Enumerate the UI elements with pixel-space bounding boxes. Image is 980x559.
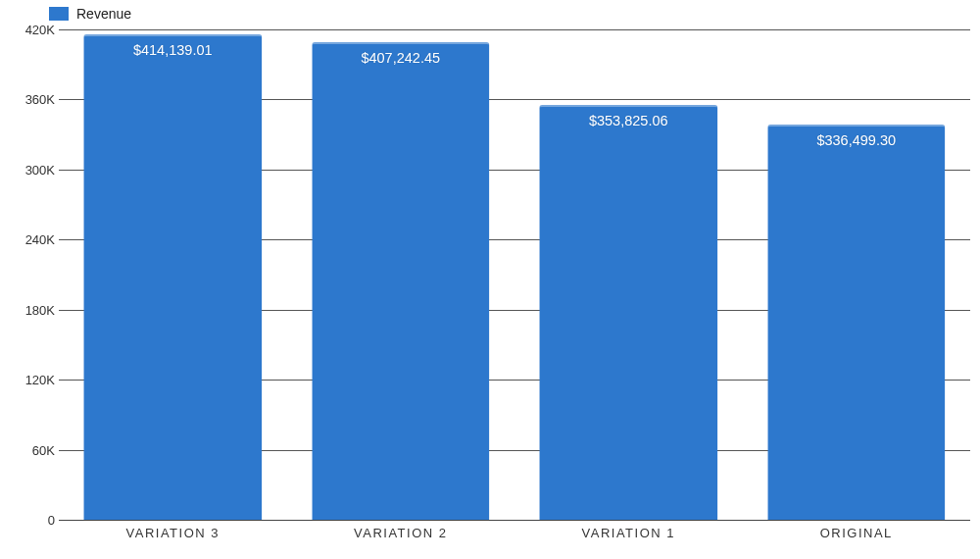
y-tick-label: 60K xyxy=(6,442,55,457)
y-tick-label: 360K xyxy=(6,92,55,107)
revenue-bar-chart: Revenue $414,139.01$407,242.45$353,825.0… xyxy=(0,0,980,559)
bar-value-label: $407,242.45 xyxy=(361,50,440,66)
legend-label: Revenue xyxy=(76,6,131,22)
y-tick-label: 240K xyxy=(6,232,55,247)
bar: $353,825.06 xyxy=(540,105,717,520)
bars-container: $414,139.01$407,242.45$353,825.06$336,49… xyxy=(59,29,970,520)
x-tick-label: VARIATION 1 xyxy=(514,526,743,540)
x-axis-labels: VARIATION 3VARIATION 2VARIATION 1ORIGINA… xyxy=(59,526,970,540)
bar-value-label: $336,499.30 xyxy=(816,132,896,148)
y-tick-label: 120K xyxy=(6,373,55,387)
x-tick-label: VARIATION 2 xyxy=(287,526,515,540)
legend-swatch-icon xyxy=(49,7,69,21)
bar-slot: $353,825.06 xyxy=(514,29,743,520)
bar: $336,499.30 xyxy=(767,125,945,520)
x-tick-label: VARIATION 3 xyxy=(59,526,287,540)
y-tick-label: 0 xyxy=(6,513,55,528)
bar: $414,139.01 xyxy=(84,34,262,520)
bar-value-label: $414,139.01 xyxy=(133,42,213,58)
bar-value-label: $353,825.06 xyxy=(589,113,668,128)
y-tick-label: 420K xyxy=(6,23,55,37)
x-tick-label: ORIGINAL xyxy=(743,526,971,540)
legend: Revenue xyxy=(49,6,131,22)
plot-area: $414,139.01$407,242.45$353,825.06$336,49… xyxy=(59,29,970,521)
y-tick-label: 300K xyxy=(6,162,55,177)
bar-slot: $336,499.30 xyxy=(743,29,971,520)
bar-slot: $407,242.45 xyxy=(287,29,515,520)
y-tick-label: 180K xyxy=(6,302,55,317)
bar: $407,242.45 xyxy=(312,42,489,520)
bar-slot: $414,139.01 xyxy=(59,29,287,520)
